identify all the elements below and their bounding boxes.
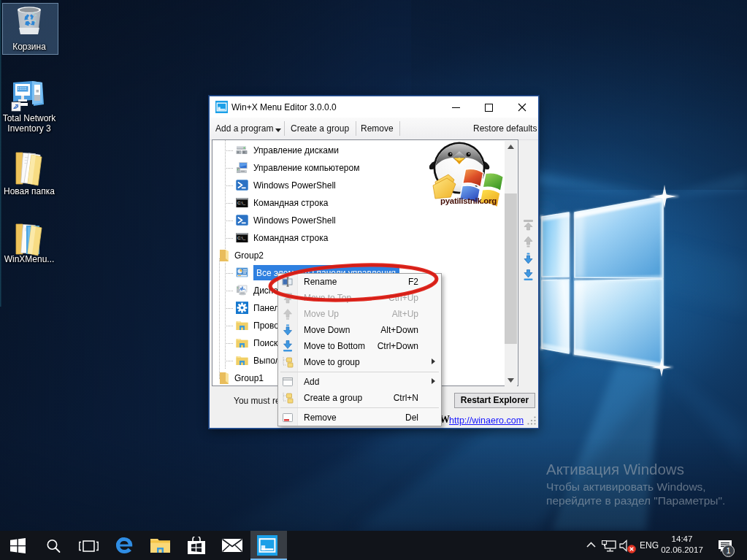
svg-text:C:\_: C:\_ — [237, 201, 246, 205]
svg-text:C:\_: C:\_ — [237, 236, 246, 240]
svg-text:pyatilistnik.org: pyatilistnik.org — [440, 196, 497, 205]
